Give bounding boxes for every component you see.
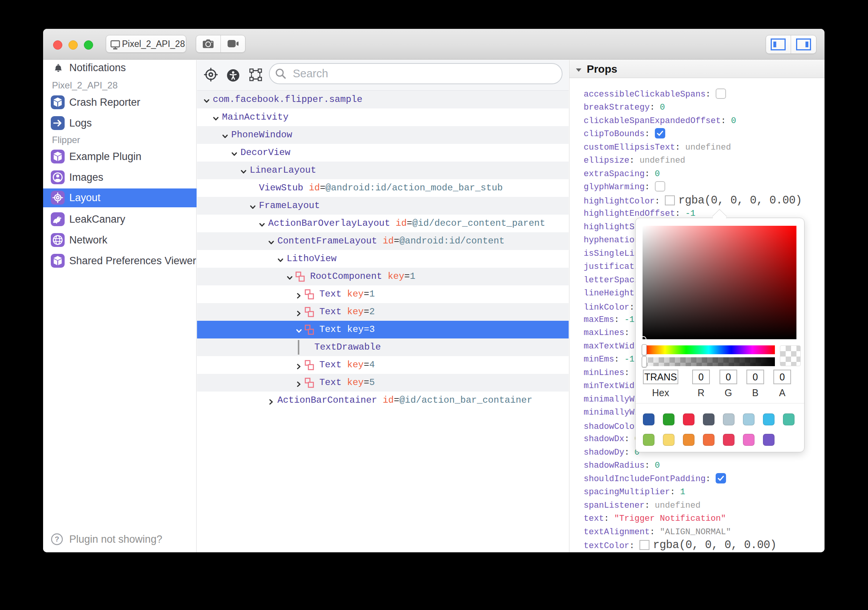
svg-text:?: ? xyxy=(55,535,59,543)
